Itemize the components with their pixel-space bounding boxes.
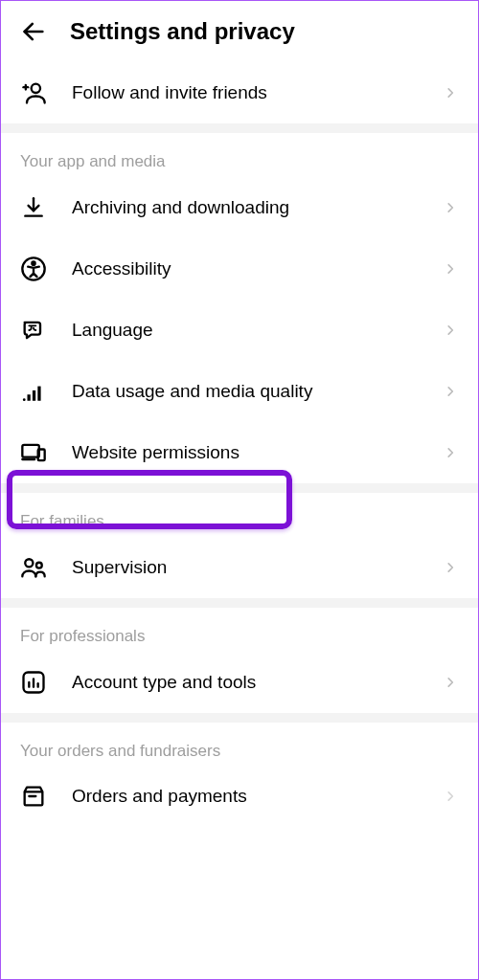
row-orders-payments[interactable]: Orders and payments — [1, 767, 478, 809]
chevron-right-icon — [442, 322, 459, 339]
chevron-right-icon — [442, 674, 459, 691]
divider — [1, 483, 478, 493]
section-header-app-media: Your app and media — [1, 133, 478, 177]
chevron-right-icon — [442, 260, 459, 278]
row-label: Website permissions — [72, 442, 417, 463]
row-label: Language — [72, 320, 417, 341]
svg-rect-12 — [22, 445, 39, 457]
row-language[interactable]: Language — [1, 300, 478, 361]
row-follow-invite[interactable]: Follow and invite friends — [1, 62, 478, 123]
svg-rect-9 — [28, 394, 31, 401]
signal-bars-icon — [20, 378, 47, 405]
divider — [1, 713, 478, 723]
svg-rect-21 — [25, 791, 43, 805]
section-header-professionals: For professionals — [1, 608, 478, 652]
back-button[interactable] — [20, 18, 47, 45]
row-accessibility[interactable]: Accessibility — [1, 238, 478, 300]
row-account-type[interactable]: Account type and tools — [1, 652, 478, 713]
header: Settings and privacy — [1, 1, 478, 62]
chevron-right-icon — [442, 444, 459, 461]
row-label: Orders and payments — [72, 786, 417, 807]
accessibility-icon — [20, 256, 47, 282]
row-label: Follow and invite friends — [72, 82, 417, 103]
divider — [1, 123, 478, 133]
chart-box-icon — [20, 669, 47, 696]
svg-point-7 — [32, 262, 34, 265]
svg-rect-11 — [37, 387, 40, 401]
chevron-right-icon — [442, 383, 459, 400]
row-label: Archiving and downloading — [72, 197, 417, 218]
box-icon — [20, 783, 47, 809]
section-header-orders: Your orders and fundraisers — [1, 723, 478, 767]
people-icon — [20, 554, 47, 581]
chevron-right-icon — [442, 84, 459, 101]
chevron-right-icon — [442, 559, 459, 576]
devices-icon — [20, 439, 47, 466]
divider — [1, 598, 478, 608]
language-icon — [20, 317, 47, 344]
row-supervision[interactable]: Supervision — [1, 537, 478, 598]
row-label: Account type and tools — [72, 672, 417, 693]
row-label: Data usage and media quality — [72, 381, 417, 402]
row-website-permissions[interactable]: Website permissions — [1, 422, 478, 483]
svg-rect-14 — [38, 450, 45, 461]
row-label: Accessibility — [72, 258, 417, 279]
page-title: Settings and privacy — [70, 18, 295, 45]
svg-point-8 — [23, 398, 26, 401]
chevron-right-icon — [442, 788, 459, 805]
chevron-right-icon — [442, 199, 459, 216]
row-archiving[interactable]: Archiving and downloading — [1, 177, 478, 238]
svg-point-16 — [36, 563, 42, 568]
svg-rect-10 — [33, 390, 35, 401]
arrow-left-icon — [20, 18, 47, 45]
svg-point-1 — [32, 84, 40, 93]
row-data-usage[interactable]: Data usage and media quality — [1, 361, 478, 422]
download-icon — [20, 194, 47, 221]
row-label: Supervision — [72, 557, 417, 578]
section-header-families: For families — [1, 493, 478, 537]
person-add-icon — [20, 79, 47, 106]
svg-point-15 — [25, 559, 33, 567]
